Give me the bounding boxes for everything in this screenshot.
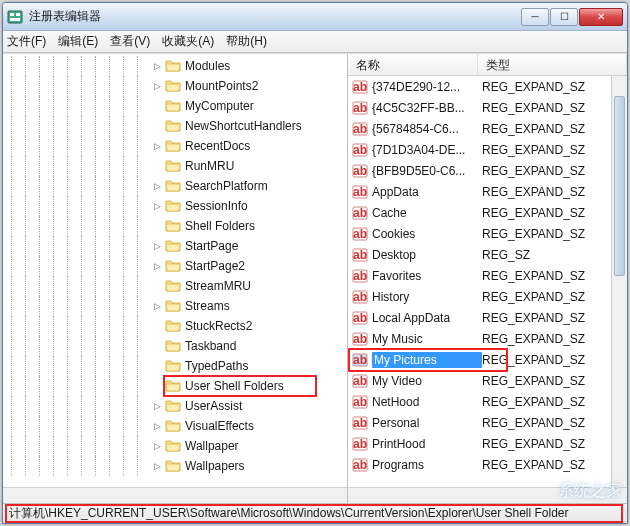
value-name: Personal (372, 416, 482, 430)
expand-icon[interactable]: ▷ (151, 180, 163, 192)
tree-item-label: TypedPaths (185, 359, 248, 373)
menu-edit[interactable]: 编辑(E) (58, 33, 98, 50)
tree-item[interactable]: Taskband (11, 336, 347, 356)
tree-item-label: Taskband (185, 339, 236, 353)
values-pane: 名称 类型 ab{374DE290-12...REG_EXPAND_SZab{4… (348, 54, 627, 503)
value-row[interactable]: abMy PicturesREG_EXPAND_SZ (348, 349, 611, 370)
folder-icon (165, 419, 181, 433)
tree-item[interactable]: User Shell Folders (11, 376, 347, 396)
minimize-button[interactable]: ─ (521, 8, 549, 26)
string-value-icon: ab (352, 289, 368, 305)
expand-icon[interactable] (151, 100, 163, 112)
tree-item[interactable]: StuckRects2 (11, 316, 347, 336)
tree-item[interactable]: ▷Wallpapers (11, 456, 347, 476)
value-row[interactable]: ab{BFB9D5E0-C6...REG_EXPAND_SZ (348, 160, 611, 181)
value-row[interactable]: ab{7D1D3A04-DE...REG_EXPAND_SZ (348, 139, 611, 160)
value-row[interactable]: abLocal AppDataREG_EXPAND_SZ (348, 307, 611, 328)
value-row[interactable]: abPersonalREG_EXPAND_SZ (348, 412, 611, 433)
value-row[interactable]: abFavoritesREG_EXPAND_SZ (348, 265, 611, 286)
expand-icon[interactable]: ▷ (151, 300, 163, 312)
tree-horizontal-scrollbar[interactable] (3, 487, 347, 503)
value-row[interactable]: ab{4C5C32FF-BB...REG_EXPAND_SZ (348, 97, 611, 118)
window-title: 注册表编辑器 (29, 8, 521, 25)
titlebar[interactable]: 注册表编辑器 ─ ☐ ✕ (3, 3, 627, 31)
window-controls: ─ ☐ ✕ (521, 8, 623, 26)
value-row[interactable]: ab{374DE290-12...REG_EXPAND_SZ (348, 76, 611, 97)
maximize-button[interactable]: ☐ (550, 8, 578, 26)
tree-item-label: Streams (185, 299, 230, 313)
tree-item[interactable]: ▷Modules (11, 56, 347, 76)
value-row[interactable]: abCookiesREG_EXPAND_SZ (348, 223, 611, 244)
expand-icon[interactable] (151, 380, 163, 392)
tree-item[interactable]: ▷SessionInfo (11, 196, 347, 216)
tree-item-label: VisualEffects (185, 419, 254, 433)
expand-icon[interactable]: ▷ (151, 60, 163, 72)
tree-item[interactable]: ▷RecentDocs (11, 136, 347, 156)
column-header-name[interactable]: 名称 (348, 54, 478, 75)
value-row[interactable]: abNetHoodREG_EXPAND_SZ (348, 391, 611, 412)
value-name: {374DE290-12... (372, 80, 482, 94)
tree-item[interactable]: MyComputer (11, 96, 347, 116)
value-name: History (372, 290, 482, 304)
list-horizontal-scrollbar[interactable] (348, 487, 627, 503)
close-button[interactable]: ✕ (579, 8, 623, 26)
value-row[interactable]: abCacheREG_EXPAND_SZ (348, 202, 611, 223)
menu-view[interactable]: 查看(V) (110, 33, 150, 50)
expand-icon[interactable] (151, 340, 163, 352)
expand-icon[interactable] (151, 360, 163, 372)
tree-item[interactable]: ▷StartPage (11, 236, 347, 256)
tree-item[interactable]: ▷Streams (11, 296, 347, 316)
value-row[interactable]: abHistoryREG_EXPAND_SZ (348, 286, 611, 307)
tree-item[interactable]: NewShortcutHandlers (11, 116, 347, 136)
menu-help[interactable]: 帮助(H) (226, 33, 267, 50)
value-row[interactable]: abAppDataREG_EXPAND_SZ (348, 181, 611, 202)
tree-item[interactable]: ▷SearchPlatform (11, 176, 347, 196)
values-list[interactable]: ab{374DE290-12...REG_EXPAND_SZab{4C5C32F… (348, 76, 611, 487)
expand-icon[interactable] (151, 220, 163, 232)
tree-item-label: StuckRects2 (185, 319, 252, 333)
tree-item[interactable]: ▷VisualEffects (11, 416, 347, 436)
expand-icon[interactable]: ▷ (151, 460, 163, 472)
expand-icon[interactable]: ▷ (151, 200, 163, 212)
regedit-window: 注册表编辑器 ─ ☐ ✕ 文件(F) 编辑(E) 查看(V) 收藏夹(A) 帮助… (2, 2, 628, 524)
menu-favorites[interactable]: 收藏夹(A) (162, 33, 214, 50)
string-value-icon: ab (352, 436, 368, 452)
value-row[interactable]: ab{56784854-C6...REG_EXPAND_SZ (348, 118, 611, 139)
expand-icon[interactable]: ▷ (151, 80, 163, 92)
status-path: 计算机\HKEY_CURRENT_USER\Software\Microsoft… (9, 505, 569, 522)
tree-item[interactable]: TypedPaths (11, 356, 347, 376)
expand-icon[interactable] (151, 160, 163, 172)
tree-item-label: RunMRU (185, 159, 234, 173)
value-type: REG_EXPAND_SZ (482, 311, 611, 325)
value-row[interactable]: abProgramsREG_EXPAND_SZ (348, 454, 611, 475)
folder-icon (165, 179, 181, 193)
tree-item[interactable]: Shell Folders (11, 216, 347, 236)
tree-scroll[interactable]: ▷Modules▷MountPoints2MyComputerNewShortc… (3, 54, 347, 487)
expand-icon[interactable]: ▷ (151, 440, 163, 452)
expand-icon[interactable]: ▷ (151, 420, 163, 432)
expand-icon[interactable] (151, 320, 163, 332)
tree-item[interactable]: ▷UserAssist (11, 396, 347, 416)
menu-file[interactable]: 文件(F) (7, 33, 46, 50)
value-type: REG_EXPAND_SZ (482, 458, 611, 472)
tree-item[interactable]: ▷StartPage2 (11, 256, 347, 276)
column-header-type[interactable]: 类型 (478, 54, 627, 75)
svg-rect-1 (10, 13, 14, 16)
expand-icon[interactable]: ▷ (151, 400, 163, 412)
expand-icon[interactable]: ▷ (151, 140, 163, 152)
expand-icon[interactable]: ▷ (151, 240, 163, 252)
scrollbar-thumb[interactable] (614, 96, 625, 276)
tree-item[interactable]: ▷Wallpaper (11, 436, 347, 456)
expand-icon[interactable] (151, 120, 163, 132)
expand-icon[interactable] (151, 280, 163, 292)
tree-item[interactable]: RunMRU (11, 156, 347, 176)
value-row[interactable]: abDesktopREG_SZ (348, 244, 611, 265)
expand-icon[interactable]: ▷ (151, 260, 163, 272)
value-row[interactable]: abMy VideoREG_EXPAND_SZ (348, 370, 611, 391)
tree-item[interactable]: StreamMRU (11, 276, 347, 296)
svg-rect-3 (10, 18, 20, 21)
value-row[interactable]: abPrintHoodREG_EXPAND_SZ (348, 433, 611, 454)
value-row[interactable]: abMy MusicREG_EXPAND_SZ (348, 328, 611, 349)
tree-item[interactable]: ▷MountPoints2 (11, 76, 347, 96)
list-vertical-scrollbar[interactable] (611, 76, 627, 487)
